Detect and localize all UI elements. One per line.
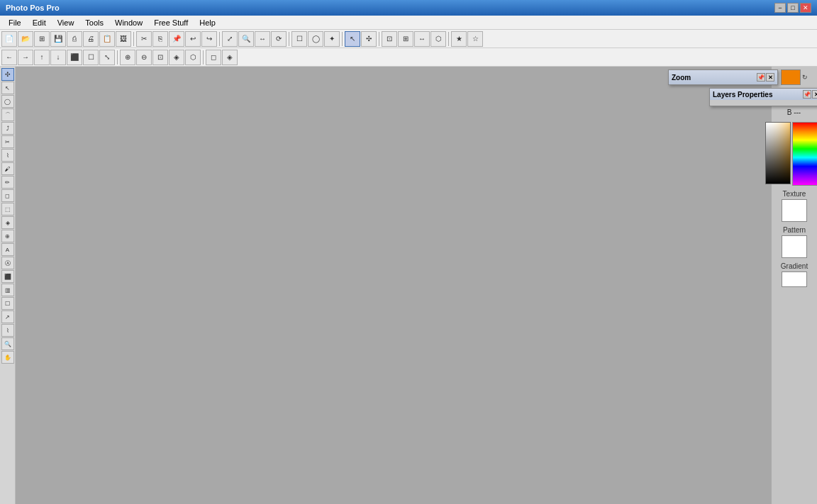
color-hue-slider[interactable] [792,122,817,186]
layers-pin-button[interactable]: 📌 [803,90,811,99]
tool-gradient[interactable]: ▥ [1,284,14,296]
tb-select-rect[interactable]: ☐ [291,31,307,47]
tool-clone[interactable]: ⬚ [1,203,14,215]
tb-save2[interactable]: ⎙ [67,31,82,47]
tool-text[interactable]: A [1,243,14,256]
sep1 [133,32,134,46]
tb2-hex[interactable]: ⬡ [185,50,201,65]
swap-color-arrow[interactable]: ↻ [802,74,808,81]
tool-lasso[interactable]: ⌒ [1,108,14,121]
tb2-light[interactable]: ☐ [83,50,99,65]
tool-pencil[interactable]: ✏ [1,176,14,189]
tb2-filter[interactable]: ◈ [169,50,184,65]
tb-zoom-fit[interactable]: ⤢ [222,31,238,47]
tb2-add[interactable]: ⊕ [120,50,135,65]
color-picker-area [765,122,817,186]
tb-select-free[interactable]: ✦ [324,31,340,47]
tb2-up[interactable]: ↑ [34,50,50,65]
gradient-swatch[interactable] [782,271,807,287]
zoom-panel-buttons: 📌 ✕ [757,73,774,82]
right-panel: ↻ R --- G --- B --- Texture Pattern Grad… [771,67,817,504]
tool-heal[interactable]: ◈ [1,216,14,229]
toolbar-row-1: 📄 📂 ⊞ 💾 ⎙ 🖨 📋 🖼 ✂ ⎘ 📌 ↩ ↪ ⤢ 🔍 ↔ ⟳ ☐ ◯ ✦ … [0,30,817,48]
tb-star1[interactable]: ★ [451,31,467,47]
texture-swatch[interactable] [782,199,807,222]
tb-open[interactable]: 📂 [18,31,33,47]
tool-smudge[interactable]: ⌇ [1,324,14,337]
menu-window[interactable]: Window [109,17,148,28]
minimize-button[interactable]: − [774,3,786,13]
tb-browse[interactable]: ⊞ [34,31,50,47]
tool-magic-wand[interactable]: ⤴ [1,122,14,135]
window-controls: − □ ✕ [774,3,811,13]
tool-ellipse-select[interactable]: ◯ [1,95,14,108]
tb-resize[interactable]: ↔ [255,31,270,47]
foreground-color-swatch[interactable] [781,69,801,85]
tb2-sel2[interactable]: ⊡ [152,50,168,65]
tb-star2[interactable]: ☆ [467,31,483,47]
tb-transform[interactable]: ⬡ [430,31,446,47]
tb-rotate[interactable]: ⟳ [271,31,287,47]
tool-fill[interactable]: ⬛ [1,270,14,283]
tb2-remove[interactable]: ⊖ [136,50,152,65]
menu-edit[interactable]: Edit [27,17,52,28]
tb2-dark[interactable]: ⬛ [67,50,82,65]
tb-pointer[interactable]: ↖ [345,31,360,47]
tb-print2[interactable]: 📋 [99,31,115,47]
tool-hand[interactable]: ✋ [1,351,14,364]
zoom-close-button[interactable]: ✕ [766,73,774,82]
tool-line[interactable]: ↗ [1,310,14,323]
tb-move[interactable]: ✣ [361,31,377,47]
tool-crop[interactable]: ✂ [1,135,14,148]
tb-rotate2[interactable]: ⊞ [398,31,413,47]
close-button[interactable]: ✕ [800,3,811,13]
tb2-rect[interactable]: ◻ [206,50,221,65]
tb-cut[interactable]: ✂ [136,31,152,47]
tb-paste[interactable]: 📌 [169,31,184,47]
menu-file[interactable]: File [3,17,27,28]
tb-flip[interactable]: ↔ [414,31,430,47]
left-toolbar: ✣ ↖ ◯ ⌒ ⤴ ✂ ⌇ 🖌 ✏ ◻ ⬚ ◈ ⊕ A Ⓐ ⬛ ▥ ☐ ↗ ⌇ … [0,67,16,504]
menu-view[interactable]: View [52,17,80,28]
tb2-sel3[interactable]: ◈ [222,50,238,65]
zoom-pin-button[interactable]: 📌 [757,73,765,82]
layers-panel-header[interactable]: Layers Properties 📌 ✕ [710,89,817,100]
tb-select-ell[interactable]: ◯ [308,31,323,47]
tb-undo[interactable]: ↩ [185,31,201,47]
zoom-panel: Zoom 📌 ✕ [668,69,778,85]
tool-zoom[interactable]: 🔍 [1,337,14,350]
canvas-area: Zoom 📌 ✕ Layers Properties 📌 ✕ [16,67,771,504]
color-saturation-picker[interactable] [765,122,791,184]
tool-straighten[interactable]: ⌇ [1,149,14,162]
tb-save[interactable]: 💾 [50,31,66,47]
tool-text2[interactable]: Ⓐ [1,257,14,269]
menu-free-stuff[interactable]: Free Stuff [148,17,194,28]
tool-pointer[interactable]: ↖ [1,82,14,94]
sep4 [342,32,343,46]
pattern-swatch[interactable] [782,235,807,258]
tb-new[interactable]: 📄 [1,31,17,47]
tb2-back[interactable]: ← [1,50,17,65]
maximize-button[interactable]: □ [787,3,799,13]
tb-redo[interactable]: ↪ [201,31,217,47]
tb-crop[interactable]: ⊡ [382,31,397,47]
tool-eraser[interactable]: ◻ [1,189,14,202]
layers-close-button[interactable]: ✕ [812,90,817,99]
tool-dodge[interactable]: ⊕ [1,230,14,242]
tool-brush[interactable]: 🖌 [1,162,14,175]
menu-help[interactable]: Help [194,17,221,28]
tb-zoom-1[interactable]: 🔍 [238,31,254,47]
tool-move[interactable]: ✣ [1,68,14,81]
tb2-down[interactable]: ↓ [50,50,66,65]
tb-frame[interactable]: 🖼 [116,31,131,47]
layers-panel-title: Layers Properties [713,91,773,99]
tb-print[interactable]: 🖨 [83,31,99,47]
tb2-expand[interactable]: ⤡ [99,50,115,65]
color-swatch-row: ↻ [781,69,808,85]
menu-tools[interactable]: Tools [79,17,109,28]
tool-shape[interactable]: ☐ [1,297,14,310]
app-title: Photo Pos Pro [6,4,60,12]
tb-copy[interactable]: ⎘ [152,31,168,47]
tb2-forward[interactable]: → [18,50,33,65]
zoom-panel-header[interactable]: Zoom 📌 ✕ [669,70,777,84]
